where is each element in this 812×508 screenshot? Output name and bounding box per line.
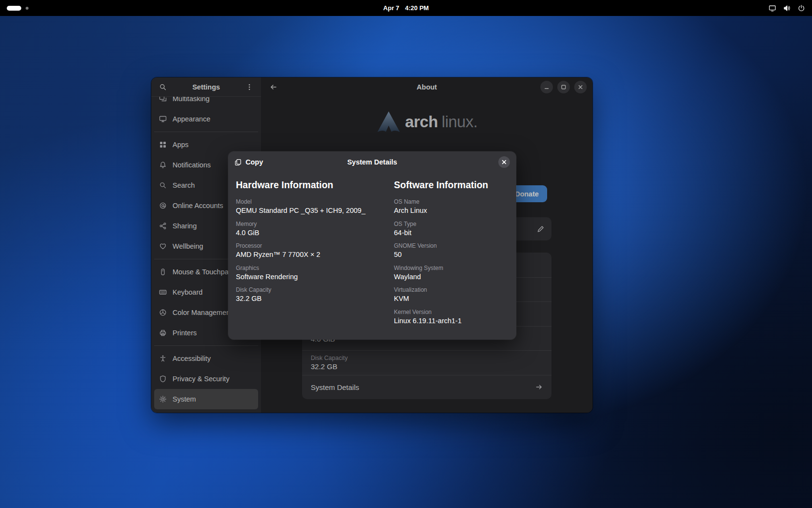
field-label: GNOME Version: [394, 242, 508, 249]
date-label: Apr 7: [383, 4, 399, 12]
field-processor: ProcessorAMD Ryzen™ 7 7700X × 2: [236, 242, 394, 258]
dialog-title: System Details: [228, 158, 516, 166]
system-details-dialog: Copy System Details Hardware Information…: [228, 151, 516, 340]
settings-window: Settings MultitaskingAppearanceAppsNotif…: [151, 77, 593, 413]
dialog-close-button[interactable]: [498, 156, 510, 168]
field-value: 50: [394, 251, 508, 258]
system-status-area[interactable]: [768, 4, 805, 12]
field-value: 64-bit: [394, 229, 508, 237]
field-label: Kernel Version: [394, 309, 508, 315]
dialog-header: Copy System Details: [228, 151, 516, 173]
field-memory: Memory4.0 GiB: [236, 221, 394, 237]
field-value: Linux 6.19.11-arch1-1: [394, 317, 508, 325]
field-label: Model: [236, 198, 394, 205]
active-workspace-pill[interactable]: [7, 6, 21, 11]
desktop: Apr 7 4:20 PM Settings: [0, 0, 812, 508]
hardware-section: Hardware Information ModelQEMU Standard …: [236, 175, 394, 330]
field-value: Wayland: [394, 273, 508, 281]
field-kernel-version: Kernel VersionLinux 6.19.11-arch1-1: [394, 309, 508, 325]
dialog-body: Hardware Information ModelQEMU Standard …: [228, 173, 516, 330]
field-graphics: GraphicsSoftware Rendering: [236, 265, 394, 281]
copy-icon: [234, 159, 242, 166]
field-value: Software Rendering: [236, 273, 394, 281]
field-value: QEMU Standard PC _Q35 + ICH9, 2009_: [236, 207, 394, 214]
close-icon: [501, 159, 507, 165]
field-value: Arch Linux: [394, 207, 508, 214]
top-bar: Apr 7 4:20 PM: [0, 0, 812, 16]
field-label: Memory: [236, 221, 394, 227]
field-disk-capacity: Disk Capacity32.2 GB: [236, 286, 394, 302]
software-section-title: Software Information: [394, 179, 508, 191]
field-value: AMD Ryzen™ 7 7700X × 2: [236, 251, 394, 258]
field-label: Windowing System: [394, 265, 508, 271]
workspace-dot[interactable]: [26, 7, 29, 10]
field-value: KVM: [394, 295, 508, 302]
power-icon[interactable]: [798, 4, 805, 12]
copy-button[interactable]: Copy: [234, 158, 263, 166]
field-os-type: OS Type64-bit: [394, 221, 508, 237]
clock[interactable]: Apr 7 4:20 PM: [383, 4, 429, 12]
display-icon[interactable]: [768, 4, 776, 12]
field-label: Virtualization: [394, 286, 508, 293]
field-model: ModelQEMU Standard PC _Q35 + ICH9, 2009_: [236, 198, 394, 214]
field-label: Processor: [236, 242, 394, 249]
workspace-indicator[interactable]: [7, 6, 29, 11]
volume-icon[interactable]: [783, 4, 791, 12]
field-label: Graphics: [236, 265, 394, 271]
time-label: 4:20 PM: [405, 4, 429, 12]
field-os-name: OS NameArch Linux: [394, 198, 508, 214]
copy-label: Copy: [246, 158, 263, 166]
field-virtualization: VirtualizationKVM: [394, 286, 508, 302]
field-value: 32.2 GB: [236, 295, 394, 302]
hardware-section-title: Hardware Information: [236, 179, 394, 191]
field-value: 4.0 GiB: [236, 229, 394, 237]
field-label: OS Type: [394, 221, 508, 227]
field-label: Disk Capacity: [236, 286, 394, 293]
field-label: OS Name: [394, 198, 508, 205]
software-section: Software Information OS NameArch LinuxOS…: [394, 175, 508, 330]
field-gnome-version: GNOME Version50: [394, 242, 508, 258]
field-windowing-system: Windowing SystemWayland: [394, 265, 508, 281]
